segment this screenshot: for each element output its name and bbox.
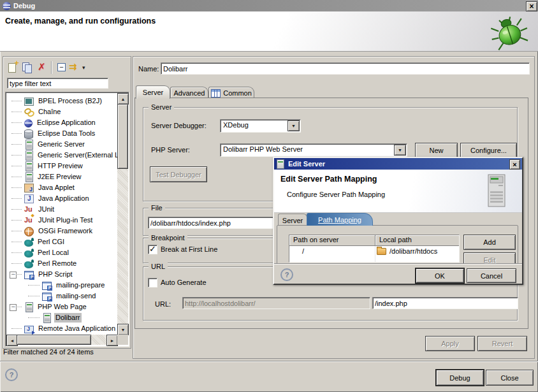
tree-item[interactable]: −PHP Script: [6, 269, 117, 280]
collapse-toggle-icon[interactable]: −: [10, 272, 17, 279]
close-button[interactable]: Close: [486, 370, 534, 386]
tree-item[interactable]: mailing-send: [6, 291, 117, 301]
tree-item[interactable]: JUnit Plug-in Test: [6, 215, 117, 226]
edit-server-close-button[interactable]: ×: [509, 159, 520, 170]
chevron-down-icon[interactable]: ▼: [287, 120, 300, 131]
eclipse-logo-icon: [3, 2, 11, 10]
tree-item[interactable]: BPEL Process (B2J): [6, 96, 117, 106]
tree-item[interactable]: Perl Local: [6, 247, 117, 258]
local-path-value: /dolibarr/htdocs: [389, 247, 437, 255]
database-icon: [24, 129, 33, 139]
table-header-row: Path on server Local path: [289, 235, 459, 246]
break-first-line-checkbox[interactable]: [148, 245, 157, 254]
server-debugger-select[interactable]: XDebug ▼: [220, 119, 301, 133]
banner-heading: Create, manage, and run configurations: [5, 17, 156, 25]
php-script-icon: [24, 271, 34, 279]
cancel-button[interactable]: Cancel: [467, 268, 516, 283]
column-header-local-path[interactable]: Local path: [375, 235, 459, 246]
tree-item-label: JUnit: [37, 205, 55, 214]
tree-item[interactable]: −PHP Web Page: [6, 301, 117, 312]
table-row[interactable]: //dolibarr/htdocs: [289, 246, 459, 256]
tree-item[interactable]: OSGi Framework: [6, 226, 117, 236]
config-tree: BPEL Process (B2J)ChaîneEclipse Applicat…: [5, 92, 129, 347]
tree-connector: [11, 144, 22, 145]
php-server-select[interactable]: Dolibarr PHP Web Server ▼: [220, 143, 407, 157]
tree-vertical-scrollbar[interactable]: ▲ ▼: [117, 93, 128, 335]
horizontal-scroll-thumb[interactable]: [17, 335, 91, 345]
tree-item[interactable]: mailing-prepare: [6, 280, 117, 291]
configure-server-button[interactable]: Configure...: [460, 143, 517, 158]
tab-server[interactable]: Server: [136, 85, 170, 99]
tree-item[interactable]: Java Applet: [6, 182, 117, 193]
dialog-tab-path-mapping[interactable]: Path Mapping: [307, 213, 373, 226]
auto-generate-checkbox[interactable]: [148, 278, 157, 287]
vertical-scroll-thumb[interactable]: [117, 104, 128, 169]
tree-item-label: HTTP Preview: [36, 161, 84, 171]
add-mapping-button[interactable]: Add: [463, 235, 516, 250]
window-title: Debug: [13, 2, 35, 10]
apply-button[interactable]: Apply: [425, 336, 475, 351]
tree-connector: [11, 155, 22, 156]
scroll-up-icon[interactable]: ▲: [117, 93, 129, 105]
edit-server-titlebar[interactable]: Edit Server: [274, 158, 522, 170]
ok-button[interactable]: OK: [416, 268, 464, 283]
scrollbar-corner: [117, 335, 128, 345]
tree-item[interactable]: Chaîne: [6, 106, 117, 117]
tree-connector: [11, 263, 22, 264]
osgi-icon: [24, 227, 34, 236]
tree-item[interactable]: J2EE Preview: [6, 171, 117, 182]
column-header-path-on-server[interactable]: Path on server: [289, 235, 375, 246]
filter-input[interactable]: [7, 78, 108, 89]
tree-item[interactable]: Eclipse Application: [6, 117, 117, 128]
empty-row: [289, 256, 459, 262]
tree-horizontal-scrollbar[interactable]: ◄ ►: [6, 335, 117, 345]
tree-item[interactable]: Java Application: [6, 193, 117, 204]
tree-item-label: OSGi Framework: [37, 226, 94, 236]
config-name-input[interactable]: [161, 62, 530, 75]
tree-item[interactable]: Eclipse Data Tools: [6, 128, 117, 139]
delete-config-icon[interactable]: [37, 62, 48, 73]
filter-icon[interactable]: [69, 62, 80, 73]
debug-button[interactable]: Debug: [436, 370, 484, 386]
tree-item[interactable]: Perl CGI: [6, 236, 117, 247]
tree-item[interactable]: JUnit: [6, 204, 117, 215]
help-icon[interactable]: ?: [5, 368, 18, 381]
tab-label: Common: [223, 89, 252, 97]
tree-item[interactable]: Remote Java Application: [6, 323, 117, 334]
url-path-input[interactable]: [372, 297, 518, 309]
new-server-button[interactable]: New: [415, 143, 458, 158]
server-debugger-value: XDebug: [223, 121, 287, 129]
tree-item[interactable]: Dolibarr: [6, 312, 117, 323]
edit-server-header: Edit Server Path Mapping Configure Serve…: [274, 170, 522, 213]
tree-item[interactable]: Perl Remote: [6, 258, 117, 269]
server-icon: [25, 161, 33, 171]
banner: Create, manage, and run configurations: [0, 11, 538, 52]
window-titlebar[interactable]: Debug: [0, 0, 538, 11]
local-path-cell: /dolibarr/htdocs: [375, 246, 459, 256]
window-close-button[interactable]: ×: [526, 1, 537, 11]
test-debugger-button[interactable]: Test Debugger: [150, 166, 207, 182]
tree-item[interactable]: Generic Server: [6, 139, 117, 150]
collapse-all-icon[interactable]: [56, 62, 67, 73]
duplicate-config-icon[interactable]: [22, 62, 33, 73]
filter-menu-caret-icon[interactable]: [82, 64, 93, 75]
server-debugger-label: Server Debugger:: [151, 122, 207, 129]
tree-item-label: Perl Remote: [36, 259, 78, 268]
tree-item[interactable]: HTTP Preview: [6, 161, 117, 171]
tree-connector: [11, 242, 22, 242]
break-first-line-label: Break at First Line: [161, 245, 217, 253]
new-config-icon[interactable]: [7, 62, 18, 73]
tab-label: Server: [143, 89, 163, 96]
scroll-down-icon[interactable]: ▼: [117, 324, 129, 335]
revert-button[interactable]: Revert: [477, 336, 527, 351]
dialog-help-icon[interactable]: ?: [280, 268, 293, 281]
tree-item[interactable]: Generic Server(External La: [6, 150, 117, 161]
url-base-input[interactable]: [182, 297, 370, 309]
path-mapping-table: Path on server Local path //dolibarr/htd…: [289, 235, 460, 263]
dialog-tab-server[interactable]: Server: [278, 214, 307, 226]
chevron-down-icon[interactable]: ▼: [394, 145, 406, 156]
path-on-server-cell: /: [289, 246, 375, 256]
scroll-right-icon[interactable]: ►: [106, 335, 118, 346]
debug-configurations-window: Debug × Create, manage, and run configur…: [0, 0, 538, 392]
collapse-toggle-icon[interactable]: −: [10, 304, 17, 311]
